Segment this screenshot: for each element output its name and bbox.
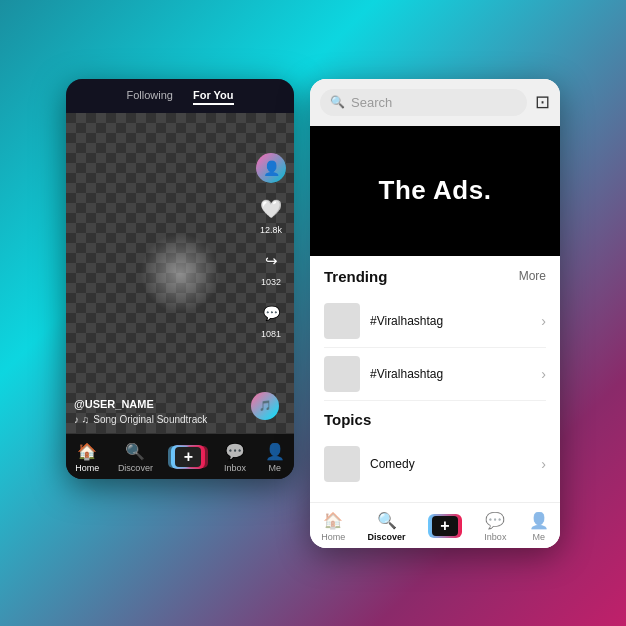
tab-for-you[interactable]: For You — [193, 89, 234, 105]
inbox-icon-left: 💬 — [225, 442, 245, 461]
trend-item-2[interactable]: #Viralhashtag › — [324, 348, 546, 401]
trending-header: Trending More — [324, 268, 546, 285]
ad-text: The Ads. — [379, 175, 492, 206]
video-glow — [140, 233, 220, 313]
home-icon: 🏠 — [77, 442, 97, 461]
more-link[interactable]: More — [519, 269, 546, 283]
topic-item-comedy[interactable]: Comedy › — [324, 438, 546, 490]
trend-tag-1: #Viralhashtag — [370, 314, 531, 328]
top-tabs: Following For You — [66, 79, 294, 113]
profile-icon-right: 👤 — [529, 511, 549, 530]
avatar[interactable]: 👤 — [256, 153, 286, 183]
tab-following[interactable]: Following — [126, 89, 172, 105]
search-bar-area: 🔍 Search ⊡ — [310, 79, 560, 126]
like-button[interactable]: 🤍 12.8k — [257, 195, 285, 235]
username-label: @USER_NAME — [74, 398, 244, 410]
right-actions: 👤 🤍 12.8k ↪ 1032 💬 1081 — [256, 153, 286, 339]
nav-home-right[interactable]: 🏠 Home — [321, 511, 345, 542]
nav-discover-right[interactable]: 🔍 Discover — [368, 511, 406, 542]
song-info: ♪ ♫ Song Original Soundtrack — [74, 414, 244, 425]
music-note-icon: ♪ ♫ — [74, 414, 89, 425]
share-button[interactable]: ↪ 1032 — [257, 247, 285, 287]
nav-plus-right[interactable]: + — [428, 514, 462, 538]
song-title: Song Original Soundtrack — [93, 414, 207, 425]
comment-button[interactable]: 💬 1081 — [257, 299, 285, 339]
bottom-nav-right: 🏠 Home 🔍 Discover + 💬 Inbox 👤 Me — [310, 502, 560, 548]
home-icon-right: 🏠 — [323, 511, 343, 530]
search-icon-right: 🔍 — [330, 95, 345, 109]
topics-section: Topics Comedy › — [324, 411, 546, 490]
scan-icon[interactable]: ⊡ — [535, 91, 550, 113]
bottom-info: @USER_NAME ♪ ♫ Song Original Soundtrack … — [74, 398, 244, 425]
profile-icon-left: 👤 — [265, 442, 285, 461]
inbox-icon-right: 💬 — [485, 511, 505, 530]
trending-title: Trending — [324, 268, 387, 285]
nav-discover-left[interactable]: 🔍 Discover — [118, 442, 153, 473]
topics-header: Topics — [324, 411, 546, 428]
search-placeholder-text: Search — [351, 95, 392, 110]
nav-inbox-right[interactable]: 💬 Inbox — [484, 511, 506, 542]
vinyl-icon: 🎵 — [251, 392, 279, 420]
nav-inbox-left[interactable]: 💬 Inbox — [224, 442, 246, 473]
ad-banner: The Ads. — [310, 126, 560, 256]
nav-me-left[interactable]: 👤 Me — [265, 442, 285, 473]
phone-left: Following For You 👤 🤍 12.8k ↪ 1032 💬 108… — [66, 79, 294, 479]
topic-label-comedy: Comedy — [370, 457, 531, 471]
topic-thumb-comedy — [324, 446, 360, 482]
nav-home-left[interactable]: 🏠 Home — [75, 442, 99, 473]
nav-plus-left[interactable]: + — [171, 445, 205, 469]
trend-thumb-2 — [324, 356, 360, 392]
phones-container: Following For You 👤 🤍 12.8k ↪ 1032 💬 108… — [46, 59, 580, 568]
search-icon-discover: 🔍 — [377, 511, 397, 530]
trend-item-1[interactable]: #Viralhashtag › — [324, 295, 546, 348]
bottom-nav-left: 🏠 Home 🔍 Discover + 💬 Inbox 👤 Me — [66, 433, 294, 479]
chevron-icon-comedy: › — [541, 456, 546, 472]
chevron-icon-2: › — [541, 366, 546, 382]
chevron-icon-1: › — [541, 313, 546, 329]
trend-tag-2: #Viralhashtag — [370, 367, 531, 381]
trend-thumb-1 — [324, 303, 360, 339]
search-input-wrap[interactable]: 🔍 Search — [320, 89, 527, 116]
nav-me-right[interactable]: 👤 Me — [529, 511, 549, 542]
search-icon-left: 🔍 — [125, 442, 145, 461]
topics-title: Topics — [324, 411, 371, 428]
phone-right: 🔍 Search ⊡ The Ads. Trending More #Viral… — [310, 79, 560, 548]
discover-content: Trending More #Viralhashtag › #Viralhash… — [310, 256, 560, 502]
video-area: 👤 🤍 12.8k ↪ 1032 💬 1081 @USER_NAME ♪ ♫ — [66, 113, 294, 433]
